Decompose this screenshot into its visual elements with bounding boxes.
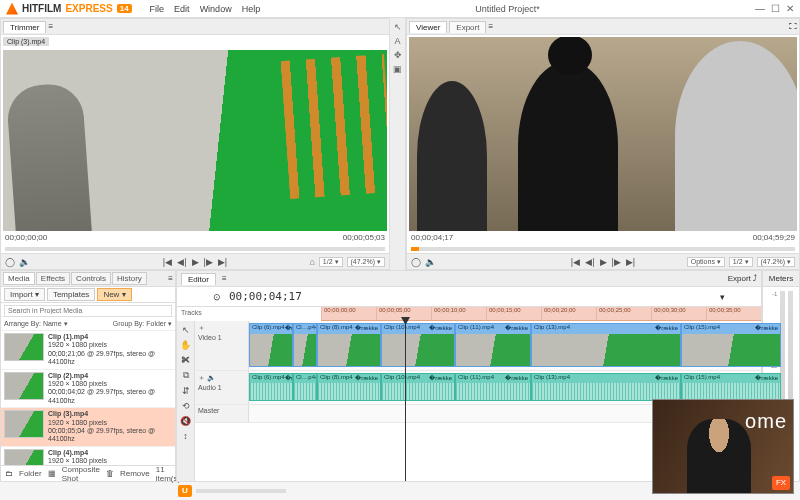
step-fwd-icon[interactable]: |▶ [204,257,213,267]
trimmer-scale-menu[interactable]: (47.2%) ▾ [347,257,385,267]
media-item[interactable]: Clip (2).mp41920 × 1080 pixels00;00;04;0… [1,370,175,409]
video-track-lane[interactable]: Clip (6).mp4�rækkeCl....p4�rækkeClip (8)… [249,321,761,370]
timeline-video-clip[interactable]: Clip (11).mp4�række [455,323,531,367]
export-button[interactable]: Export ⤴ [728,274,757,283]
viewer-scale-menu[interactable]: (47.2%) ▾ [757,257,795,267]
import-button[interactable]: Import ▾ [4,288,45,301]
timeline-video-clip[interactable]: Clip (8).mp4�række [317,323,381,367]
media-tab[interactable]: Media [3,272,35,285]
fullscreen-icon[interactable]: ⛶ [789,22,797,31]
timeline-video-clip[interactable]: Clip (15).mp4�række [681,323,781,367]
history-tab[interactable]: History [112,272,147,285]
new-folder-button[interactable]: 🗀 [5,469,13,478]
timeline-menu-icon[interactable]: ▾ [720,292,725,302]
viewer-tab[interactable]: Viewer [409,21,447,33]
panel-menu-icon[interactable]: ≡ [168,274,173,283]
export-tab[interactable]: Export [449,21,486,33]
rate-tool-icon[interactable]: ⟲ [182,401,190,411]
templates-button[interactable]: Templates [47,288,95,301]
timeline-audio-clip[interactable]: Clip (13).mp4�række [531,373,681,401]
brand-text: HITFILM [22,3,61,14]
editor-tab[interactable]: Editor [181,273,216,285]
timeline-audio-clip[interactable]: Clip (6).mp4�række [249,373,293,401]
menu-help[interactable]: Help [242,4,261,14]
new-comp-button[interactable]: ▦ [48,469,56,478]
viewer-res-menu[interactable]: 1/2 ▾ [729,257,753,267]
timeline-audio-clip[interactable]: Clip (11).mp4�række [455,373,531,401]
media-search-input[interactable] [4,305,172,317]
timeline-video-clip[interactable]: Clip (6).mp4�række [249,323,293,367]
menu-window[interactable]: Window [200,4,232,14]
select-tool-icon[interactable]: ↖ [394,22,402,32]
group-menu[interactable]: Group By: Folder ▾ [113,320,172,328]
trimmer-tc-in: 00;00;00;00 [5,233,47,245]
arrange-menu[interactable]: Arrange By: Name ▾ [4,320,68,328]
close-icon[interactable]: ✕ [786,3,794,14]
media-item[interactable]: Clip (3).mp41920 × 1080 pixels00;00;05;0… [1,408,175,447]
playhead[interactable] [405,321,406,481]
viewer-scrubber[interactable] [411,247,795,251]
media-panel: Media Effects Controls History ≡ Import … [0,270,176,482]
panel-menu-icon[interactable]: ≡ [488,22,493,31]
trimmer-viewport[interactable] [3,50,387,231]
volume-icon[interactable]: 🔈 [19,257,30,267]
trimmer-scrubber[interactable] [5,247,385,251]
effects-tab[interactable]: Effects [36,272,70,285]
hand-tool-icon[interactable]: ✥ [394,50,402,60]
goto-end-icon[interactable]: ▶| [626,257,635,267]
link-tool-icon[interactable]: ⇵ [182,386,190,396]
home-icon[interactable]: ⌂ [309,257,314,267]
goto-start-icon[interactable]: |◀ [163,257,172,267]
maximize-icon[interactable]: ☐ [771,3,780,14]
pointer-tool-icon[interactable]: ↖ [182,325,190,335]
master-track-header[interactable]: Master [195,405,249,422]
timeline-timecode[interactable]: 00;00;04;17 [229,290,302,303]
panel-menu-icon[interactable]: ≡ [48,22,53,31]
play-icon[interactable]: ▶ [192,257,199,267]
goto-start-icon[interactable]: |◀ [571,257,580,267]
menu-file[interactable]: File [150,4,165,14]
timeline-ruler[interactable]: 00;00;00;0000;00;05;0000;00;10;0000;00;1… [321,307,761,321]
timeline-video-clip[interactable]: Clip (10).mp4�række [381,323,455,367]
menu-edit[interactable]: Edit [174,4,190,14]
snap-icon[interactable]: ⊙ [213,292,221,302]
step-back-icon[interactable]: ◀| [177,257,186,267]
cursor-tool-icon[interactable]: ↕ [183,431,188,441]
viewer-options-menu[interactable]: Options ▾ [687,257,725,267]
hand-tool-icon[interactable]: ✋ [180,340,191,350]
logo-icon [6,3,18,15]
goto-end-icon[interactable]: ▶| [218,257,227,267]
audio-track-header[interactable]: ＋ 🔈Audio 1 [195,371,249,404]
timeline-video-clip[interactable]: Cl....p4�række [293,323,317,367]
media-item[interactable]: Clip (1).mp41920 × 1080 pixels00;00;21;0… [1,331,175,370]
step-back-icon[interactable]: ◀| [585,257,594,267]
u-badge-icon[interactable]: U [178,485,192,497]
text-tool-icon[interactable]: A [394,36,400,46]
panel-menu-icon[interactable]: ≡ [222,274,227,283]
snap-tool-icon[interactable]: ⧉ [183,370,189,381]
trimmer-res-menu[interactable]: 1/2 ▾ [319,257,343,267]
new-button[interactable]: New ▾ [97,288,131,301]
timeline-audio-clip[interactable]: Clip (8).mp4�række [317,373,381,401]
trimmer-tab[interactable]: Trimmer [3,21,46,33]
step-fwd-icon[interactable]: |▶ [612,257,621,267]
loop-icon[interactable]: ◯ [411,257,421,267]
slice-tool-icon[interactable]: ✀ [181,355,190,365]
controls-tab[interactable]: Controls [71,272,111,285]
timeline-audio-clip[interactable]: Clip (10).mp4�række [381,373,455,401]
crop-tool-icon[interactable]: ▣ [393,64,402,74]
timeline-video-clip[interactable]: Clip (13).mp4�række [531,323,681,367]
remove-button[interactable]: 🗑 [106,469,114,478]
loop-icon[interactable]: ◯ [5,257,15,267]
play-icon[interactable]: ▶ [600,257,607,267]
zoom-slider[interactable] [196,489,286,493]
video-track-header[interactable]: ＋Video 1 [195,321,249,370]
timeline-audio-clip[interactable]: Clip (15).mp4�række [681,373,781,401]
media-item[interactable]: Clip (4).mp41920 × 1080 pixels00;00;07;0… [1,447,175,465]
timeline-audio-clip[interactable]: Cl....p4�række [293,373,317,401]
mute-tool-icon[interactable]: 🔇 [180,416,191,426]
titlebar: HITFILM EXPRESS 14 File Edit Window Help… [0,0,800,18]
viewer-viewport[interactable] [409,37,797,231]
minimize-icon[interactable]: — [755,3,765,14]
volume-icon[interactable]: 🔈 [425,257,436,267]
